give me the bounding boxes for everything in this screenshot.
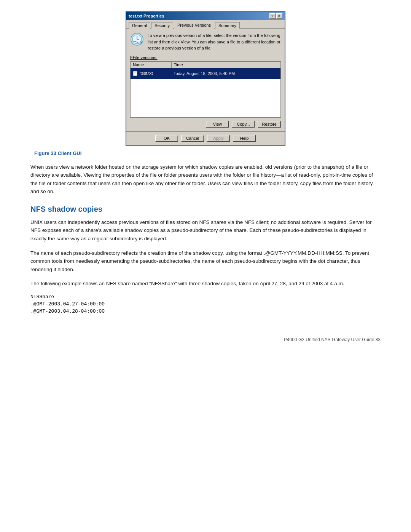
restore-button[interactable]: Restore bbox=[258, 121, 281, 128]
file-icon-small bbox=[133, 71, 138, 76]
tab-summary[interactable]: Summary bbox=[215, 22, 240, 29]
view-button[interactable]: View bbox=[206, 121, 229, 128]
tab-previous-versions[interactable]: Previous Versions bbox=[174, 22, 214, 29]
page-footer: P4000 G2 Unified NAS Gateway User Guide … bbox=[30, 337, 381, 342]
dialog-wrapper: test.txt Properties ? × General Security… bbox=[30, 11, 381, 146]
tab-security[interactable]: Security bbox=[151, 22, 173, 29]
file-row[interactable]: test.txt Today, August 18, 2003, 5:40 PM bbox=[131, 68, 281, 79]
footer-text: P4000 G2 Unified NAS Gateway User Guide … bbox=[284, 337, 381, 342]
dialog-title: test.txt Properties bbox=[129, 14, 164, 18]
mono-line-2: .@GMT-2003.04.28-04:00:00 bbox=[30, 308, 381, 314]
body-paragraph-4: The following example shows an NFS share… bbox=[30, 280, 381, 288]
body-paragraph-2: UNIX users can independently access prev… bbox=[30, 218, 381, 243]
mono-lines: NFSShare .@GMT-2003.04.27-04:00:00 .@GMT… bbox=[30, 294, 381, 314]
svg-rect-4 bbox=[133, 71, 137, 76]
figure-caption: Figure 33 Client GUI bbox=[30, 150, 381, 156]
apply-button[interactable]: Apply bbox=[207, 135, 230, 142]
body-paragraph-3: The name of each pseudo-subdirectory ref… bbox=[30, 249, 381, 274]
col-time: Time bbox=[171, 61, 281, 68]
figure-caption-text: Figure 33 Client GUI bbox=[34, 150, 81, 156]
action-buttons: View Copy... Restore bbox=[130, 121, 281, 128]
mono-line-0: NFSShare bbox=[30, 294, 381, 300]
help-footer-button[interactable]: Help bbox=[233, 135, 256, 142]
close-button[interactable]: × bbox=[276, 13, 282, 19]
description-row: To view a previous version of a file, se… bbox=[130, 32, 281, 51]
file-versions-table: Name Time bbox=[130, 61, 281, 118]
help-button[interactable]: ? bbox=[269, 13, 276, 19]
copy-button[interactable]: Copy... bbox=[232, 121, 255, 128]
folder-icon bbox=[130, 32, 144, 46]
tab-general[interactable]: General bbox=[129, 22, 150, 29]
file-versions-label: FFile versions: bbox=[130, 55, 281, 60]
ok-button[interactable]: OK bbox=[155, 135, 178, 142]
section-heading: NFS shadow copies bbox=[30, 205, 381, 214]
dialog-body: To view a previous version of a file, se… bbox=[126, 29, 285, 131]
file-name-cell: test.txt bbox=[131, 68, 172, 79]
body-paragraph-1: When users view a network folder hosted … bbox=[30, 163, 381, 196]
col-name: Name bbox=[131, 61, 172, 68]
dialog-footer: OK Cancel Apply Help bbox=[126, 131, 285, 145]
titlebar-controls: ? × bbox=[269, 13, 282, 19]
cancel-button[interactable]: Cancel bbox=[181, 135, 204, 142]
tab-bar: General Security Previous Versions Summa… bbox=[126, 20, 285, 29]
dialog-titlebar: test.txt Properties ? × bbox=[126, 12, 285, 20]
file-time-cell: Today, August 18, 2003, 5:40 PM bbox=[171, 68, 281, 79]
properties-dialog: test.txt Properties ? × General Security… bbox=[126, 11, 285, 146]
description-text: To view a previous version of a file, se… bbox=[148, 32, 281, 51]
mono-line-1: .@GMT-2003.04.27-04:00:00 bbox=[30, 301, 381, 307]
